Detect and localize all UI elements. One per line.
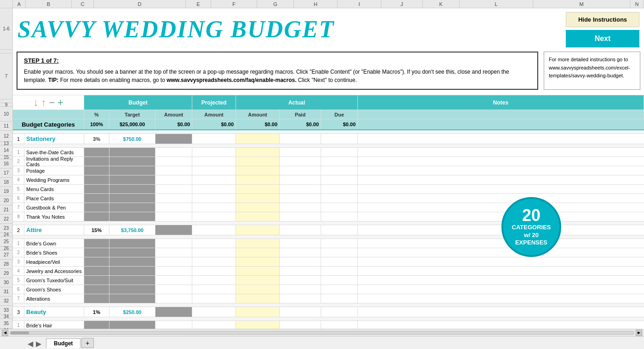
sheet-nav-right[interactable]: ▶: [36, 339, 41, 348]
cat-label-col-header: [13, 110, 84, 119]
button-area: Hide Instructions Next: [566, 12, 639, 47]
cat-name-label-attire: Attire: [26, 227, 42, 233]
col-header-d: D: [94, 0, 186, 8]
cat-actual-stationery: [236, 134, 280, 144]
budget-header: Budget: [84, 95, 192, 110]
header-row-10: ↓ ↑ − + Budget Projected Actual Notes: [13, 95, 644, 110]
column-headers: A B C D E F G H I J K L M N: [0, 0, 644, 8]
badge-expenses: EXPENSES: [515, 239, 547, 247]
app-title: SAVVY WEDDING BUDGET: [17, 16, 334, 43]
spacer-row-34: [13, 303, 644, 307]
item-budget-17: [155, 157, 192, 166]
header-row-11: % Target Amount Amount Amount Paid Due: [13, 110, 644, 119]
plus-icon[interactable]: +: [58, 97, 63, 109]
tab-add-button[interactable]: +: [81, 338, 93, 348]
item-num-16: 1: [13, 148, 24, 157]
item-row-32: 6 Groom's Shoes: [13, 285, 644, 294]
cat-target-stationery: $750.00: [109, 134, 155, 144]
item-row-31: 5 Groom's Tuxedo/Suit: [13, 276, 644, 285]
col-header-e: E: [186, 0, 211, 8]
col-header-m: M: [533, 0, 630, 8]
spacer-row-36: [13, 317, 644, 321]
item-actual-17: [236, 157, 280, 166]
col-header-b: B: [26, 0, 72, 8]
cat-pct-beauty: 1%: [84, 307, 109, 317]
minus-icon[interactable]: −: [49, 97, 55, 109]
notes-header: Notes: [358, 95, 644, 110]
instructions-text: Enable your macros. You should see a ban…: [24, 68, 531, 84]
amount-proj-col-header: Amount: [192, 110, 236, 119]
total-paid: $0.00: [280, 119, 321, 129]
total-budget-amount: $0.00: [155, 119, 192, 129]
item-row-20: 5 Menu Cards: [13, 185, 644, 194]
item-pct-gray-17: [84, 157, 109, 166]
item-notes-17: [358, 157, 644, 166]
item-target-gray-16: [109, 148, 155, 157]
item-due-17: [321, 157, 358, 166]
item-due-16: [321, 148, 358, 157]
total-actual-amount: $0.00: [236, 119, 280, 129]
col-header-row-num: [0, 0, 13, 8]
hide-instructions-button[interactable]: Hide Instructions: [566, 12, 639, 27]
total-pct: 100%: [84, 119, 109, 129]
cat-proj-stationery: [192, 134, 236, 144]
cat-notes-stationery: [358, 134, 644, 144]
projected-header: Projected: [192, 95, 236, 110]
item-paid-16: [280, 148, 321, 157]
item-name-17: Invitations and Reply Cards: [24, 157, 84, 166]
budget-categories-text: Budget Categories: [22, 121, 75, 128]
badge-categories: CATEGORIES: [512, 224, 551, 232]
item-name-19: Wedding Programs: [24, 175, 84, 184]
sheet-nav-left[interactable]: ◀: [28, 339, 33, 348]
item-proj-17: [192, 157, 236, 166]
item-proj-16: [192, 148, 236, 157]
spacer-row-15: [13, 144, 644, 148]
item-row-29: 3 Headpiece/Veil: [13, 257, 644, 267]
col-header-i: I: [338, 0, 381, 8]
row-numbers: 1-6 7 9 10 11 12 13 14 15 16 17 18 19 20…: [0, 8, 13, 329]
arrow-down-icon[interactable]: ↓: [33, 97, 38, 109]
item-name-18: Postage: [24, 166, 84, 175]
spacer-row-9: [13, 92, 644, 95]
item-num-17: 2: [13, 157, 24, 166]
next-button[interactable]: Next: [566, 30, 639, 47]
col-header-n: N: [630, 0, 644, 8]
item-name-16: Save-the-Date Cards: [24, 148, 84, 157]
instructions-section: STEP 1 of 7: Enable your macros. You sho…: [13, 50, 644, 92]
spacer-row-13: [13, 130, 644, 134]
scroll-track[interactable]: [10, 331, 634, 335]
spreadsheet-app: A B C D E F G H I J K L M N 1-6 7 9 10 1…: [0, 0, 644, 349]
cat-pct-attire: 15%: [84, 225, 109, 235]
item-num-18: 3: [13, 166, 24, 175]
item-target-gray-17: [109, 157, 155, 166]
cat-name-label-stationery: Stationery: [26, 135, 56, 142]
target-col-header: Target: [109, 110, 155, 119]
due-col-header: Due: [321, 110, 358, 119]
col-header-c: C: [72, 0, 94, 8]
category-row-beauty: 3 Beauty 1% $250.00: [13, 307, 644, 317]
instructions-main-box: STEP 1 of 7: Enable your macros. You sho…: [17, 52, 538, 90]
item-name-23: Thank You Notes: [24, 212, 84, 221]
item-name-21: Place Cards: [24, 194, 84, 203]
arrow-up-icon[interactable]: ↑: [41, 97, 46, 109]
instructions-side-box: For more detailed instructions go to www…: [544, 52, 640, 90]
item-row-30: 4 Jewelry and Accessories: [13, 267, 644, 276]
item-name-20: Menu Cards: [24, 185, 84, 193]
scroll-right-button[interactable]: ▶: [636, 330, 642, 336]
item-row-18: 3 Postage: [13, 166, 644, 175]
scroll-thumb[interactable]: [11, 332, 29, 334]
badge-w20: w/ 20: [524, 232, 539, 239]
scroll-left-button[interactable]: ◀: [2, 330, 8, 336]
amount-budget-col-header: Amount: [155, 110, 192, 119]
col-header-a: A: [13, 0, 26, 8]
budget-categories-label: Budget Categories: [13, 119, 84, 129]
badge-circle: 20 CATEGORIES w/ 20 EXPENSES: [501, 197, 561, 257]
notes-col-header: [358, 110, 644, 119]
tab-budget[interactable]: Budget: [46, 338, 80, 348]
horizontal-scrollbar[interactable]: ◀ ▶: [0, 329, 644, 336]
cat-target-attire: $3,750.00: [109, 225, 155, 235]
grid-area: ↓ ↑ − + Budget Projected Actual Notes: [13, 95, 644, 329]
pct-col-header: %: [84, 110, 109, 119]
item-paid-17: [280, 157, 321, 166]
item-name-22: Guestbook & Pen: [24, 203, 84, 212]
